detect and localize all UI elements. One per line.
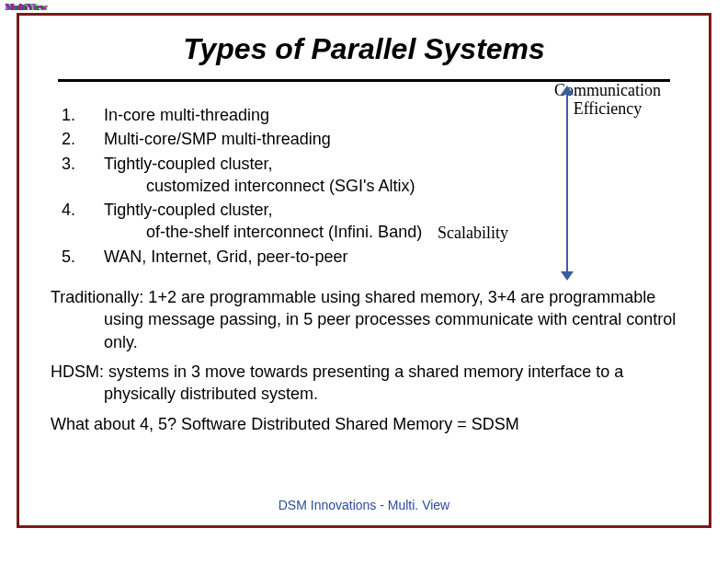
- axis-mid-label: Scalability: [438, 222, 508, 244]
- list-text-main: Tightly-coupled cluster,: [104, 201, 272, 219]
- list-text: Multi-core/SMP multi-threading: [104, 128, 683, 150]
- paragraphs: Traditionally: 1+2 are programmable usin…: [45, 286, 683, 435]
- list-text: Tightly-coupled cluster, customized inte…: [104, 153, 683, 198]
- list-text-sub: customized interconnect (SGI's Altix): [146, 175, 683, 197]
- axis-top-line2: Efficiency: [574, 99, 643, 118]
- paragraph-traditionally: Traditionally: 1+2 are programmable usin…: [51, 286, 677, 353]
- logo: MultiView: [6, 2, 61, 22]
- numbered-list: 1. In-core multi-threading 2. Multi-core…: [62, 104, 683, 268]
- list-item: 5. WAN, Internet, Grid, peer-to-peer: [62, 246, 683, 268]
- list-text: WAN, Internet, Grid, peer-to-peer: [104, 246, 683, 268]
- list-text-sub: of-the-shelf interconnect (Infini. Band): [146, 221, 683, 243]
- slide-title: Types of Parallel Systems: [19, 32, 709, 66]
- list-num: 4.: [62, 199, 104, 244]
- list-text-main: Tightly-coupled cluster,: [104, 155, 272, 173]
- footer-text: DSM Innovations - Multi. View: [19, 498, 709, 512]
- list-item: 4. Tightly-coupled cluster, of-the-shelf…: [62, 199, 683, 244]
- arrow-line: [566, 91, 568, 275]
- paragraph-hdsm: HDSM: systems in 3 move towards presenti…: [51, 361, 677, 406]
- list-item: 2. Multi-core/SMP multi-threading: [62, 128, 683, 150]
- list-num: 5.: [62, 246, 104, 268]
- list-num: 1.: [62, 104, 104, 126]
- slide-frame: Types of Parallel Systems Communication …: [17, 13, 711, 528]
- arrow-head-down-icon: [561, 271, 574, 281]
- list-num: 2.: [62, 128, 104, 150]
- paragraph-whatabout: What about 4, 5? Software Distributed Sh…: [51, 413, 677, 435]
- vertical-arrow: [560, 86, 574, 281]
- list-text: Tightly-coupled cluster, of-the-shelf in…: [104, 199, 683, 244]
- list-item: 3. Tightly-coupled cluster, customized i…: [62, 153, 683, 198]
- list-num: 3.: [62, 153, 104, 198]
- content-area: Communication Efficiency Scalability 1. …: [19, 82, 709, 435]
